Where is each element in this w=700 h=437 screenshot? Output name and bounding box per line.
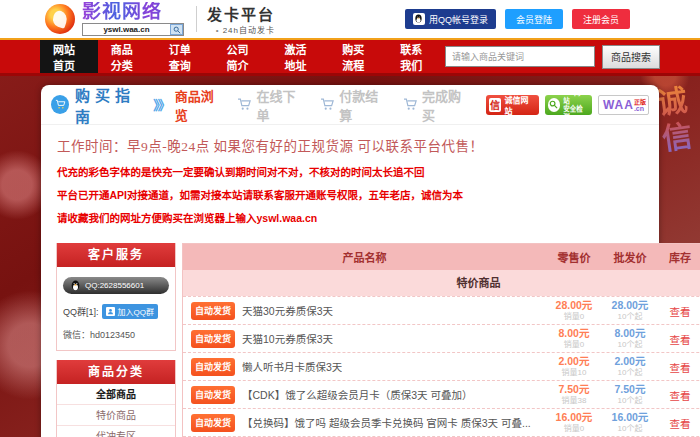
nav-items: 网站首页商品分类订单查询公司简介激活地址购买流程联系我们 xyxy=(40,40,445,73)
product-name-cell: 自动发货 【CDK】饿了么超级会员月卡（质保3天 可叠加） xyxy=(183,386,546,404)
site-url-box: yswl.waa.cn xyxy=(82,23,184,36)
product-name-cell: 自动发货 天猫30元券质保3天 xyxy=(183,302,546,320)
retail-cell: 8.00元 销量0 xyxy=(546,328,602,350)
category-item[interactable]: 特价商品 xyxy=(57,405,175,426)
step-label: 商品浏览 xyxy=(175,86,225,124)
wholesale-price: 28.00元 xyxy=(602,300,658,311)
retail-cell: 28.00元 销量0 xyxy=(546,300,602,322)
category-item-label: 代冲专区 xyxy=(96,431,136,437)
header-actions: 用QQ帐号登录 会员登陆 注册会员 xyxy=(405,9,630,29)
min-quantity: 10个起 xyxy=(602,395,658,406)
category-box: 商品分类 全部商品特价商品代冲专区爱奇艺视频专区腾讯视频专区优酷视频专区 xyxy=(56,360,176,437)
wholesale-price: 8.00元 xyxy=(602,328,658,339)
wholesale-cell: 16.00元 10个起 xyxy=(602,412,658,434)
trust-seals: 信 诚信网站 360网站 安全检测 WAA .cn 正版 xyxy=(486,95,649,115)
join-qq-group-button[interactable]: 加入QQ群 xyxy=(102,304,158,319)
join-qq-group-label: 加入QQ群 xyxy=(118,306,154,317)
view-stock-link[interactable]: 查看 xyxy=(669,390,690,402)
nav-item-label: 网站首页 xyxy=(53,41,85,73)
customer-service-title: 客户服务 xyxy=(57,243,175,267)
table-row: 自动发货 【CDK】饿了么超级会员月卡（质保3天 可叠加） 7.50元 销量38… xyxy=(183,380,700,408)
wholesale-cell: 8.00元 10个起 xyxy=(602,328,658,350)
retail-price: 16.00元 xyxy=(546,412,602,423)
qq-group-icon xyxy=(106,307,115,316)
qq-login-button[interactable]: 用QQ帐号登录 xyxy=(405,9,496,29)
nav-item[interactable]: 购买流程 xyxy=(329,40,387,73)
min-quantity: 10个起 xyxy=(602,339,658,350)
min-quantity: 10个起 xyxy=(602,423,658,434)
nav-item[interactable]: 联系我们 xyxy=(387,40,445,73)
retail-price: 2.00元 xyxy=(546,356,602,367)
safe360-seal: 360网站 安全检测 xyxy=(545,95,592,115)
customer-service-box: 客户服务 QQ:2628556601 QQ群[1]: xyxy=(56,243,176,351)
top-bar: 影视网络 yswl.waa.cn 发卡平台 24h自动发卡 用QQ帐号登录 会员… xyxy=(0,0,700,40)
nav-item-label: 商品分类 xyxy=(111,41,143,73)
retail-price: 28.00元 xyxy=(546,300,602,311)
nav-item[interactable]: 公司简介 xyxy=(214,40,272,73)
auto-delivery-badge: 自动发货 xyxy=(191,330,235,348)
product-name[interactable]: 天猫10元券质保3天 xyxy=(242,331,333,346)
category-item[interactable]: 全部商品 xyxy=(57,384,175,405)
waa-suffix: .cn xyxy=(634,105,644,112)
product-name[interactable]: 懒人听书月卡质保3天 xyxy=(242,359,342,374)
platform-subtitle: 24h自动发卡 xyxy=(207,24,275,35)
safe360-line1: 360网站 xyxy=(563,89,587,105)
product-name-cell: 自动发货 【兑换码】饿了吗 超级会员季卡兑换码 官网卡 质保3天 可叠... xyxy=(183,414,546,432)
wholesale-price: 16.00元 xyxy=(602,412,658,423)
step-pay: 付款结算 xyxy=(320,86,388,124)
category-item-label: 特价商品 xyxy=(96,410,136,421)
step-browse[interactable]: 商品浏览 xyxy=(175,86,225,124)
stock-cell: 查看 xyxy=(658,414,700,432)
content-panel: 购买指南 》》 商品浏览 在线下单 付款结算 完成购买 信 诚信网站 xyxy=(41,85,659,437)
view-stock-link[interactable]: 查看 xyxy=(669,418,690,430)
stock-cell: 查看 xyxy=(658,330,700,348)
table-rows: 自动发货 天猫30元券质保3天 28.00元 销量0 28.00元 10个起 xyxy=(183,296,700,437)
wholesale-cell: 7.50元 10个起 xyxy=(602,384,658,406)
site-url: yswl.waa.cn xyxy=(83,25,170,34)
product-name[interactable]: 天猫30元券质保3天 xyxy=(242,303,333,318)
step-complete: 完成购买 xyxy=(403,86,471,124)
cart-icon xyxy=(320,98,335,111)
table-section-title: 特价商品 xyxy=(183,270,700,296)
safe360-label: 360网站 安全检测 xyxy=(563,89,587,121)
search-button[interactable]: 商品搜索 xyxy=(602,45,660,69)
arrows-icon: 》》 xyxy=(153,95,169,114)
nav-item[interactable]: 激活地址 xyxy=(271,40,329,73)
qq-penguin-icon xyxy=(70,280,81,292)
category-item[interactable]: 代冲专区 xyxy=(57,426,175,437)
product-name[interactable]: 【兑换码】饿了吗 超级会员季卡兑换码 官网卡 质保3天 可叠... xyxy=(242,415,531,430)
auto-delivery-badge: 自动发货 xyxy=(191,414,235,432)
wechat-contact: 微信：hd0123450 xyxy=(63,328,169,341)
register-button[interactable]: 注册会员 xyxy=(572,9,630,29)
member-login-button[interactable]: 会员登陆 xyxy=(505,9,563,29)
chengxin-seal: 信 诚信网站 xyxy=(486,95,539,115)
nav-item[interactable]: 商品分类 xyxy=(98,40,156,73)
wholesale-cell: 2.00元 10个起 xyxy=(602,356,658,378)
sales-count: 销量0 xyxy=(546,423,602,434)
step-order: 在线下单 xyxy=(237,86,305,124)
qq-number: QQ:2628556601 xyxy=(85,281,144,290)
product-name[interactable]: 【CDK】饿了么超级会员月卡（质保3天 可叠加） xyxy=(242,387,472,402)
qq-contact-button[interactable]: QQ:2628556601 xyxy=(63,277,169,294)
waa-seal: WAA .cn 正版 xyxy=(598,95,649,115)
nav-item[interactable]: 订单查询 xyxy=(156,40,214,73)
page: 诚信 影视网络 yswl.waa.cn 发卡平台 24h自动发卡 用QQ帐号登录 xyxy=(0,0,700,437)
nav-item-label: 联系我们 xyxy=(400,41,432,73)
view-stock-link[interactable]: 查看 xyxy=(669,334,690,346)
notice-line: 平台已开通API对接通道，如需对接本站请联系客服开通账号权限，五年老店，诚信为本 xyxy=(57,187,643,202)
notice-line: 请收藏我们的网址方便购买在浏览器上输入yswl.waa.cn xyxy=(57,210,643,225)
nav-item[interactable]: 网站首页 xyxy=(40,40,98,73)
cart-icon xyxy=(237,98,252,111)
url-search-icon[interactable] xyxy=(170,24,183,35)
purchase-steps-banner: 购买指南 》》 商品浏览 在线下单 付款结算 完成购买 信 诚信网站 xyxy=(41,85,659,125)
view-stock-link[interactable]: 查看 xyxy=(669,362,690,374)
view-stock-link[interactable]: 查看 xyxy=(669,306,690,318)
col-product-name: 产品名称 xyxy=(183,249,546,265)
waa-logo: WAA xyxy=(603,99,634,112)
nav-search: 商品搜索 xyxy=(445,45,660,69)
search-input[interactable] xyxy=(445,46,595,67)
stock-cell: 查看 xyxy=(658,302,700,320)
sales-count: 销量38 xyxy=(546,395,602,406)
table-row: 自动发货 【兑换码】饿了吗 超级会员季卡兑换码 官网卡 质保3天 可叠... 1… xyxy=(183,408,700,436)
sidebar: 客户服务 QQ:2628556601 QQ群[1]: xyxy=(56,243,176,437)
